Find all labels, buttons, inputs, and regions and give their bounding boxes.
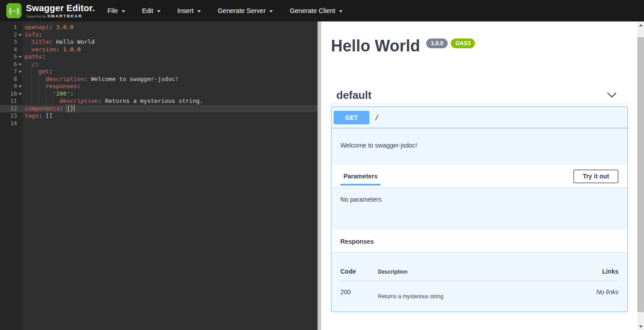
- line-number: 14: [0, 120, 22, 127]
- editor-line-4[interactable]: 4 version: 1.0.0: [0, 46, 318, 54]
- line-number: 10: [0, 90, 22, 98]
- oas3-badge: OAS3: [451, 38, 475, 48]
- responses-table: Code Description Links 200 Returns a mys…: [340, 252, 619, 300]
- brand-text: Swagger Editor. Supported bySMARTBEAR: [26, 3, 95, 18]
- menu-generate-client[interactable]: Generate Client: [290, 7, 343, 14]
- menu-insert-label: Insert: [178, 7, 194, 14]
- operation-summary[interactable]: GET /: [331, 107, 627, 128]
- menu-insert[interactable]: Insert: [178, 7, 201, 14]
- editor-line-13[interactable]: 13tags: []: [0, 112, 318, 120]
- responses-header: Responses: [331, 230, 627, 252]
- indent-guide: [31, 41, 32, 107]
- pane-splitter[interactable]: [318, 21, 321, 330]
- parameters-tab-label: Parameters: [343, 173, 377, 180]
- line-number: 2: [0, 31, 22, 39]
- editor-code[interactable]: 1openapi: 3.0.02info:3 title: Hello Worl…: [0, 24, 318, 127]
- swagger-editor-app: {⋯} Swagger Editor. Supported bySMARTBEA…: [0, 0, 644, 330]
- tag-name: default: [331, 89, 372, 102]
- editor-line-9[interactable]: 9 responses:: [0, 83, 318, 90]
- brand[interactable]: {⋯} Swagger Editor. Supported bySMARTBEA…: [6, 3, 95, 18]
- response-row-200: 200 Returns a mysterious string. No link…: [340, 281, 619, 300]
- api-title: Hello World: [331, 37, 420, 55]
- fold-arrow-icon[interactable]: [18, 56, 22, 58]
- parameters-header: Parameters Try it out: [331, 165, 627, 187]
- caret-down-icon: [339, 10, 343, 13]
- line-number: 9: [0, 83, 22, 90]
- menu-edit-label: Edit: [142, 7, 153, 14]
- menu-file-label: File: [107, 7, 118, 14]
- editor-line-12[interactable]: 12components: {}: [0, 105, 318, 113]
- operation-description-text: Welcome to swagger-jsdoc!: [340, 142, 619, 149]
- no-parameters-label: No parameters: [340, 196, 382, 203]
- line-number: 3: [0, 38, 22, 46]
- responses-table-header: Code Description Links: [340, 252, 619, 281]
- supported-by-label: Supported by: [26, 14, 46, 18]
- editor-line-11[interactable]: 11 description: Returns a mysterious str…: [0, 97, 318, 105]
- operation-description: Welcome to swagger-jsdoc!: [331, 128, 627, 165]
- operation-path: /: [375, 113, 379, 122]
- fold-arrow-icon[interactable]: [18, 93, 22, 95]
- text-cursor: [74, 105, 75, 111]
- indent-guide: [59, 100, 60, 107]
- parameters-tab[interactable]: Parameters: [340, 165, 381, 187]
- editor-line-8[interactable]: 8 description: Welcome to swagger-jsdoc!: [0, 76, 318, 83]
- indent-guide: [46, 77, 46, 107]
- response-code: 200: [340, 288, 378, 296]
- line-number: 4: [0, 46, 22, 54]
- caret-down-icon: [157, 10, 161, 13]
- line-number: 5: [0, 53, 22, 61]
- swagger-ui-preview: Hello World 1.0.0 OAS3 default GET / Wel…: [321, 21, 637, 330]
- line-number: 12: [0, 105, 22, 113]
- line-number: 6: [0, 61, 22, 68]
- response-description: Returns a mysterious string.: [378, 288, 596, 300]
- editor-line-3[interactable]: 3 title: Hello World: [0, 38, 318, 46]
- parameters-body: No parameters: [331, 187, 627, 230]
- brand-subtitle: Supported bySMARTBEAR: [26, 13, 95, 18]
- line-number: 11: [0, 97, 22, 105]
- editor-line-1[interactable]: 1openapi: 3.0.0: [0, 24, 318, 31]
- responses-title: Responses: [340, 238, 374, 245]
- col-header-links: Links: [602, 268, 619, 275]
- editor-line-6[interactable]: 6 /:: [0, 61, 318, 68]
- caret-down-icon: [197, 10, 201, 13]
- editor-line-2[interactable]: 2info:: [0, 31, 318, 39]
- line-number: 13: [0, 112, 22, 120]
- editor-line-7[interactable]: 7 get:: [0, 68, 318, 76]
- fold-arrow-icon[interactable]: [18, 85, 22, 88]
- method-badge: GET: [334, 111, 369, 124]
- col-header-description: Description: [378, 269, 602, 275]
- fold-arrow-icon[interactable]: [18, 71, 22, 73]
- editor-line-14[interactable]: 14: [0, 120, 318, 127]
- scrollbar-thumb[interactable]: [637, 37, 644, 312]
- menu-generate-server[interactable]: Generate Server: [218, 7, 273, 14]
- menu-file[interactable]: File: [107, 7, 125, 14]
- chevron-down-icon[interactable]: [607, 93, 616, 98]
- fold-arrow-icon[interactable]: [18, 63, 22, 66]
- api-info-header: Hello World 1.0.0 OAS3: [331, 37, 475, 55]
- top-navbar: {⋯} Swagger Editor. Supported bySMARTBEA…: [0, 0, 644, 21]
- editor-line-5[interactable]: 5paths:: [0, 53, 318, 61]
- try-it-out-button[interactable]: Try it out: [573, 169, 619, 183]
- indent-guide: [38, 70, 39, 107]
- code-editor[interactable]: 1openapi: 3.0.02info:3 title: Hello Worl…: [0, 21, 318, 330]
- menu-generate-client-label: Generate Client: [290, 7, 335, 14]
- version-badge: 1.0.0: [426, 38, 448, 48]
- menu-bar: File Edit Insert Generate Server Generat…: [107, 7, 342, 14]
- fold-arrow-icon[interactable]: [18, 34, 22, 36]
- line-number: 8: [0, 76, 22, 83]
- indent-guide: [52, 92, 53, 107]
- tag-section-default[interactable]: default: [331, 87, 628, 104]
- swagger-logo-icon: {⋯}: [6, 3, 21, 18]
- response-links: No links: [596, 288, 619, 296]
- responses-body: Code Description Links 200 Returns a mys…: [331, 252, 627, 312]
- window-scrollbar[interactable]: [637, 21, 644, 330]
- opblock-get-root: GET / Welcome to swagger-jsdoc! Paramete…: [331, 106, 628, 312]
- smartbear-brand: SMARTBEAR: [47, 13, 83, 18]
- caret-down-icon: [122, 10, 125, 13]
- app-title: Swagger Editor.: [26, 3, 95, 13]
- scrollbar-up-arrow-icon[interactable]: [637, 21, 644, 29]
- menu-generate-server-label: Generate Server: [218, 7, 266, 14]
- menu-edit[interactable]: Edit: [142, 7, 161, 14]
- scrollbar-down-arrow-icon[interactable]: [637, 323, 644, 330]
- editor-line-10[interactable]: 10 '200':: [0, 90, 318, 98]
